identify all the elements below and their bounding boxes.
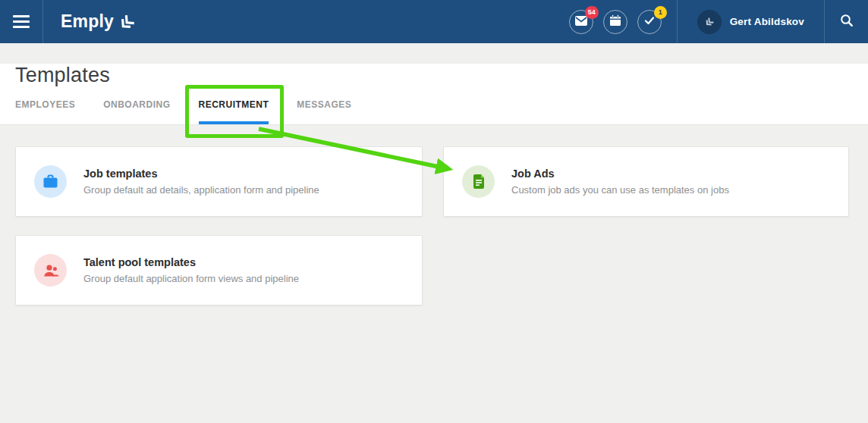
card-title: Job Ads xyxy=(511,168,729,180)
hamburger-icon xyxy=(13,15,30,28)
mail-badge: 54 xyxy=(585,6,599,19)
emply-logo-icon xyxy=(119,14,135,30)
tasks-button[interactable]: 1 xyxy=(637,10,662,34)
card-job-templates[interactable]: Job templates Group default ad details, … xyxy=(15,146,423,217)
messages-button[interactable]: 54 xyxy=(569,10,593,34)
card-talent-pool-templates[interactable]: Talent pool templates Group default appl… xyxy=(15,235,423,306)
briefcase-icon xyxy=(34,165,67,198)
card-description: Group default application form views and… xyxy=(83,273,299,284)
calendar-button[interactable] xyxy=(603,10,627,34)
card-job-ads[interactable]: Job Ads Custom job ads you can use as te… xyxy=(443,146,849,217)
user-menu[interactable]: Gert Abildskov xyxy=(678,0,824,43)
brand-logo[interactable]: Emply xyxy=(61,0,135,43)
card-title: Job templates xyxy=(83,168,319,180)
card-title: Talent pool templates xyxy=(83,256,299,268)
tasks-badge: 1 xyxy=(654,6,667,19)
content-area: Job templates Group default ad details, … xyxy=(0,125,868,306)
user-name: Gert Abildskov xyxy=(730,16,804,27)
people-icon xyxy=(34,254,67,287)
checkmark-icon xyxy=(643,14,656,30)
tab-messages[interactable]: MESSAGES xyxy=(297,99,351,124)
card-description: Group default ad details, application fo… xyxy=(83,184,319,196)
page-title: Templates xyxy=(15,64,868,87)
mail-icon xyxy=(575,15,587,29)
page-header: Templates EMPLOYEES ONBOARDING RECRUITME… xyxy=(0,64,868,125)
search-button[interactable] xyxy=(825,0,868,43)
avatar xyxy=(697,10,722,34)
calendar-icon xyxy=(609,14,621,30)
tab-onboarding[interactable]: ONBOARDING xyxy=(103,99,170,124)
brand-name: Emply xyxy=(61,11,114,32)
top-navbar: Emply 54 xyxy=(0,0,868,43)
tab-bar: EMPLOYEES ONBOARDING RECRUITMENT MESSAGE… xyxy=(0,87,868,125)
search-icon xyxy=(840,14,854,30)
card-description: Custom job ads you can use as templates … xyxy=(511,184,729,196)
tab-employees[interactable]: EMPLOYEES xyxy=(15,99,75,124)
document-icon xyxy=(462,165,495,198)
tab-recruitment[interactable]: RECRUITMENT xyxy=(199,99,269,124)
menu-button[interactable] xyxy=(0,0,43,43)
